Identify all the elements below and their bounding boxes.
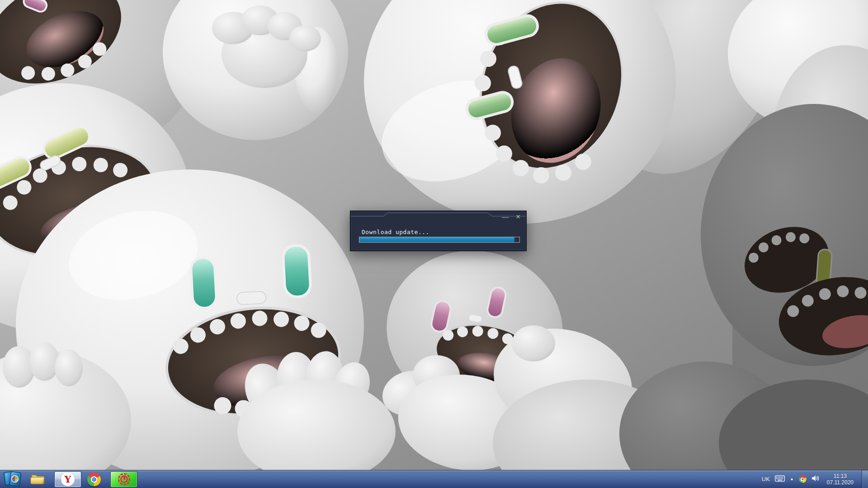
minimize-button[interactable]: — — [502, 213, 509, 221]
close-button[interactable]: × — [516, 213, 520, 221]
start-windows-icon — [2, 470, 23, 488]
volume-icon[interactable] — [811, 475, 820, 483]
progress-fill — [359, 237, 514, 242]
yandex-browser-icon: Y — [61, 473, 75, 486]
keyboard-icon[interactable] — [775, 475, 785, 483]
yandex-letter: Y — [65, 474, 71, 484]
desktop: — × Download update... — [0, 0, 868, 488]
explorer-folder-icon — [30, 472, 46, 487]
taskbar-item-timer[interactable] — [110, 471, 137, 488]
chrome-icon — [87, 473, 101, 486]
download-progress-bar — [359, 237, 520, 243]
tray-chrome-icon[interactable] — [799, 475, 807, 483]
clock-time: 11:13 — [827, 473, 854, 479]
taskbar-item-chrome[interactable] — [81, 470, 107, 488]
clock-date: 07.11.2020 — [827, 479, 854, 486]
dialog-window-controls: — × — [502, 213, 520, 221]
dialog-titlebar-ornament — [351, 211, 526, 218]
dialog-message: Download update... — [362, 229, 429, 235]
update-dialog: — × Download update... — [350, 211, 527, 251]
taskbar: Y UK — [0, 470, 868, 488]
show-desktop-button[interactable] — [862, 470, 868, 488]
timer-app-icon — [118, 473, 130, 485]
clock[interactable]: 11:13 07.11.2020 — [825, 473, 856, 486]
system-tray: UK ▲ — [762, 470, 868, 488]
language-indicator[interactable]: UK — [762, 476, 770, 483]
show-hidden-icons-button[interactable]: ▲ — [790, 477, 794, 481]
start-button[interactable] — [0, 470, 25, 488]
taskbar-item-explorer[interactable] — [25, 470, 51, 488]
taskbar-item-yandex[interactable]: Y — [54, 471, 81, 488]
